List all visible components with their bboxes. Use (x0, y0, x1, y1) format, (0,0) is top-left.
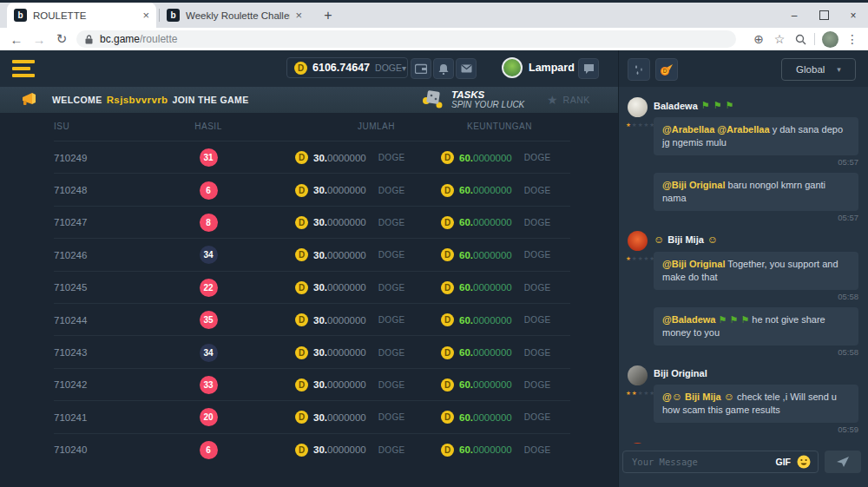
browser-menu-icon[interactable]: ⋮ (842, 32, 863, 46)
doge-coin-icon: D (295, 411, 308, 424)
search-icon[interactable] (790, 34, 811, 45)
wallet-button[interactable] (411, 58, 431, 79)
currency-label: DOGE (378, 445, 405, 455)
result-badge: 20 (200, 408, 218, 426)
result-cell: 6 (156, 441, 260, 459)
chat-message-group: ★★★★★☺Biji Mija☺@Biji Original Together,… (619, 226, 868, 360)
balance-dropdown[interactable]: D 6106.74647 DOGE ▾ (286, 57, 408, 78)
chat-username[interactable]: Biji Original (654, 365, 858, 378)
table-row[interactable]: 7102478D30.0000000DOGED60.0000000DOGE (0, 207, 618, 239)
user-mention[interactable]: @Arabellaa (662, 124, 714, 135)
tab-close-icon[interactable]: × (142, 9, 149, 22)
rank-button[interactable]: ★ RANK (547, 87, 590, 113)
chat-message-list: ★★★★★Baladewa⚑⚑⚑@Arabellaa @Arabellaa y … (619, 89, 868, 444)
chat-username[interactable]: Baladewa⚑⚑⚑ (654, 97, 858, 111)
chat-username[interactable]: ☺Biji Mija☺ (654, 443, 858, 444)
star-filled-icon: ★ (626, 390, 632, 396)
chat-channel-label: Global (796, 64, 825, 75)
bookmark-star-icon[interactable]: ☆ (769, 32, 790, 46)
chat-message-input[interactable] (630, 456, 773, 468)
browser-profile-avatar[interactable] (822, 31, 838, 48)
currency-label: DOGE (378, 283, 405, 293)
green-flag-icon: ⚑ (719, 314, 730, 325)
user-mention[interactable]: @Biji Original (662, 259, 725, 269)
user-mention[interactable]: @Arabellaa (717, 124, 769, 135)
table-row[interactable]: 71024634D30.0000000DOGED60.0000000DOGE (0, 239, 618, 271)
browser-toolbar: ← → ↻ bc.game/roulette ⊕ ☆ ⋮ (0, 28, 868, 51)
new-tab-button[interactable]: + (318, 6, 339, 25)
forward-button[interactable]: → (30, 30, 49, 49)
gif-button[interactable]: GIF (776, 457, 792, 467)
chevron-down-icon: ▾ (402, 63, 406, 73)
round-id: 710243 (54, 347, 156, 358)
currency-label: DOGE (524, 250, 551, 260)
chat-toggle-button[interactable] (578, 58, 599, 79)
send-button[interactable] (825, 451, 861, 473)
green-flag-icon: ⚑ (726, 100, 734, 111)
table-row[interactable]: 7102406D30.0000000DOGED60.0000000DOGE (0, 434, 618, 466)
table-row[interactable]: 7102486D30.0000000DOGED60.0000000DOGE (0, 174, 618, 206)
notifications-bell-button[interactable] (433, 58, 454, 79)
mail-button[interactable] (456, 58, 477, 79)
announcement-bar: WELCOME Rsjsbvvrvrb JOIN THE GAME TASKS … (0, 87, 618, 113)
rank-label: RANK (563, 95, 590, 105)
table-row[interactable]: 71024334D30.0000000DOGED60.0000000DOGE (0, 336, 618, 368)
emoji-button[interactable] (797, 455, 811, 469)
minimize-button[interactable]: – (779, 3, 809, 28)
column-header-jumlah: JUMLAH (262, 122, 432, 139)
doge-coin-icon: D (441, 248, 454, 261)
rain-button[interactable] (628, 58, 650, 81)
tab-title: Weekly Roulette Challenge - Win (186, 10, 290, 21)
tab-close-icon[interactable]: × (295, 9, 302, 22)
amount-value: 30.0000000 (313, 412, 366, 423)
chat-input-box[interactable]: GIF (622, 451, 819, 473)
username: Lampard (529, 62, 575, 74)
currency-label: DOGE (524, 380, 551, 390)
chat-username[interactable]: ☺Biji Mija☺ (654, 231, 858, 246)
chat-user-avatar[interactable] (628, 365, 648, 385)
megaphone-icon (21, 92, 40, 107)
currency-label: DOGE (524, 186, 551, 195)
table-row[interactable]: 71024120D30.0000000DOGED60.0000000DOGE (0, 401, 618, 433)
chat-user-avatar[interactable] (628, 443, 648, 444)
tab-roulette[interactable]: b ROULETTE × (7, 3, 156, 28)
tasks-button[interactable]: TASKS SPIN YOUR LUCK (422, 89, 524, 109)
user-mention[interactable]: @Biji Original (662, 180, 725, 190)
user-avatar[interactable] (502, 57, 523, 78)
star-empty-icon: ★ (632, 255, 638, 261)
result-cell: 20 (156, 408, 260, 426)
reload-button[interactable]: ↻ (52, 30, 71, 49)
back-button[interactable]: ← (7, 30, 26, 49)
doge-coin-icon: D (295, 151, 308, 164)
chat-user-avatar[interactable] (628, 97, 648, 117)
url-bar[interactable]: bc.game/roulette (76, 30, 736, 48)
column-header-hasil: HASIL (156, 122, 260, 139)
chat-user-avatar[interactable] (628, 231, 648, 251)
result-cell: 6 (156, 181, 260, 200)
tab-weekly-challenge[interactable]: b Weekly Roulette Challenge - Win × (160, 3, 309, 28)
grin-emoji-icon: ☺ (724, 391, 734, 403)
doge-coin-icon: D (295, 216, 308, 229)
table-row[interactable]: 71024233D30.0000000DOGED60.0000000DOGE (0, 369, 618, 401)
result-cell: 35 (156, 311, 260, 329)
coindrop-flame-button[interactable]: D (655, 58, 678, 81)
star-filled-icon: ★ (626, 122, 632, 128)
circle-plus-icon[interactable]: ⊕ (748, 32, 769, 46)
table-row[interactable]: 71024435D30.0000000DOGED60.0000000DOGE (0, 304, 618, 336)
svg-text:D: D (663, 68, 667, 74)
user-mention[interactable]: @Baladewa (662, 314, 715, 325)
amount-value: 30.0000000 (313, 444, 366, 455)
table-row[interactable]: 71024931D30.0000000DOGED60.0000000DOGE (0, 141, 618, 174)
round-id: 710244 (54, 315, 156, 326)
doge-coin-icon: D (295, 248, 308, 261)
maximize-button[interactable] (809, 3, 838, 28)
round-id: 710247 (54, 217, 156, 227)
chat-channel-select[interactable]: Global ▾ (781, 58, 856, 81)
user-menu[interactable]: Lampard ▾ (502, 57, 584, 78)
user-mention[interactable]: @☺ Biji Mija ☺ (662, 392, 734, 402)
close-button[interactable]: × (838, 3, 868, 28)
table-row[interactable]: 71024522D30.0000000DOGED60.0000000DOGE (0, 272, 618, 304)
user-rating: ★★★★★ (626, 255, 654, 262)
hamburger-menu-icon[interactable] (12, 60, 35, 77)
green-flag-icon: ⚑ (729, 314, 740, 325)
